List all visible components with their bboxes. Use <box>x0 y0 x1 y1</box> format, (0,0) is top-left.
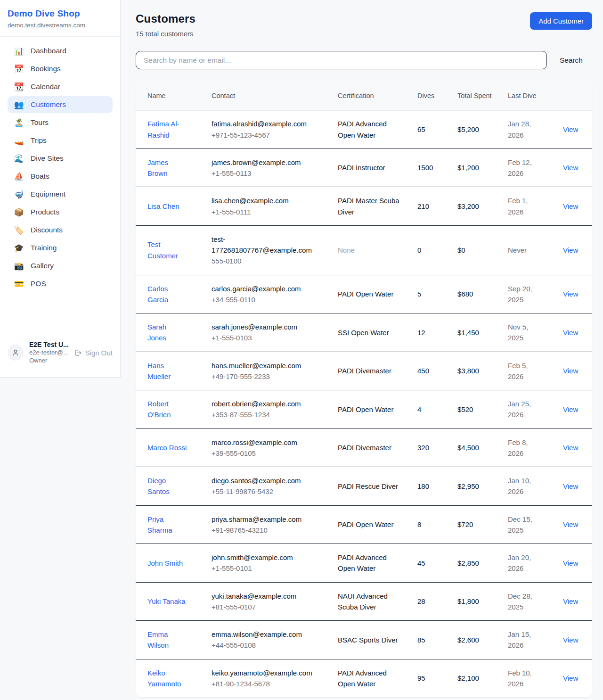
nav-item-icon: 🤿 <box>14 190 24 198</box>
cell-total-spent: $1,450 <box>450 313 500 352</box>
cell-contact: carlos.garcia@example.com +34-555-0110 <box>204 275 330 313</box>
cell-view: View <box>551 187 592 226</box>
customer-email: james.brown@example.com <box>212 157 323 168</box>
search-input[interactable] <box>136 51 547 69</box>
customers-table: Name Contact Certification Dives Total S… <box>136 82 592 697</box>
nav-item-label: Trips <box>31 136 47 145</box>
cell-last-dive: Feb 12, 2026 <box>500 148 551 187</box>
nav-item-label: Bookings <box>31 65 61 73</box>
cell-contact: hans.mueller@example.com +49-170-555-223… <box>204 352 330 390</box>
cell-contact: keiko.yamamoto@example.com +81-90-1234-5… <box>204 659 330 697</box>
customer-certification: PADI Open Water <box>338 290 393 298</box>
column-total-spent: Total Spent <box>450 82 500 110</box>
customer-phone: +1-555-0103 <box>212 332 323 343</box>
customer-name-link[interactable]: Keiko Yamamoto <box>147 669 181 688</box>
view-link[interactable]: View <box>563 290 578 298</box>
customer-phone: +39-555-0105 <box>212 448 323 459</box>
sidebar-item[interactable]: 🚤 Trips <box>8 132 113 149</box>
cell-contact: priya.sharma@example.com +91-98765-43210 <box>204 505 330 544</box>
view-link[interactable]: View <box>563 164 578 172</box>
customer-name-link[interactable]: Fatima Al-Rashid <box>147 120 179 139</box>
view-link[interactable]: View <box>563 674 578 682</box>
customer-email: yuki.tanaka@example.com <box>212 591 323 601</box>
customer-name-link[interactable]: Yuki Tanaka <box>147 597 186 605</box>
sidebar-item[interactable]: 📊 Dashboard <box>8 42 113 59</box>
view-link[interactable]: View <box>563 559 578 567</box>
nav-item-label: Dive Sites <box>31 154 64 163</box>
view-link[interactable]: View <box>563 636 578 644</box>
column-contact: Contact <box>204 82 330 110</box>
view-link[interactable]: View <box>563 444 578 452</box>
sidebar-item[interactable]: 📦 Products <box>8 204 113 221</box>
cell-name: Marco Rossi <box>136 428 204 467</box>
customer-phone: +49-170-555-2233 <box>212 371 323 382</box>
customer-name-link[interactable]: Lisa Chen <box>147 202 179 210</box>
customer-name-link[interactable]: Hans Mueller <box>147 362 171 380</box>
cell-dives: 95 <box>410 659 450 697</box>
customer-certification: BSAC Sports Diver <box>338 636 398 644</box>
customer-name-link[interactable]: Carlos Garcia <box>147 285 168 304</box>
cell-last-dive: Feb 8, 2026 <box>500 428 551 467</box>
view-link[interactable]: View <box>563 202 578 210</box>
search-button[interactable]: Search <box>560 56 583 65</box>
view-link[interactable]: View <box>563 597 578 605</box>
customer-name-link[interactable]: John Smith <box>147 559 183 567</box>
sidebar-item[interactable]: 🌊 Dive Sites <box>8 150 113 167</box>
cell-certification: NAUI Advanced Scuba Diver <box>330 582 410 621</box>
sidebar-item[interactable]: 💳 POS <box>8 275 113 292</box>
view-link[interactable]: View <box>563 125 578 133</box>
view-link[interactable]: View <box>563 405 578 413</box>
column-name: Name <box>136 82 204 110</box>
customer-name-link[interactable]: James Brown <box>147 158 168 177</box>
sidebar-item[interactable]: 📅 Bookings <box>8 60 113 77</box>
sidebar-item[interactable]: 🎓 Training <box>8 239 113 256</box>
nav-item-label: Gallery <box>31 262 54 270</box>
view-link[interactable]: View <box>563 329 578 337</box>
view-link[interactable]: View <box>563 482 578 490</box>
cell-total-spent: $0 <box>450 225 500 275</box>
nav-item-icon: 💳 <box>14 280 24 288</box>
sidebar-item[interactable]: 📸 Gallery <box>8 257 113 274</box>
cell-dives: 320 <box>410 428 450 467</box>
cell-last-dive: Jan 25, 2026 <box>500 390 551 429</box>
customer-name-link[interactable]: Diego Santos <box>147 477 170 495</box>
customer-row: James Brown james.brown@example.com +1-5… <box>136 148 592 187</box>
sidebar-item[interactable]: 🏝️ Tours <box>8 114 113 131</box>
sidebar-item[interactable]: 🤿 Equipment <box>8 186 113 203</box>
search-row: Search <box>136 51 592 69</box>
cell-certification: BSAC Sports Diver <box>330 621 410 659</box>
customer-name-link[interactable]: Sarah Jones <box>147 323 166 342</box>
sidebar-item[interactable]: 👥 Customers <box>8 96 113 113</box>
customer-name-link[interactable]: Marco Rossi <box>147 444 187 452</box>
sidebar-item[interactable]: 🏷️ Discounts <box>8 222 113 239</box>
nav-item-icon: 📆 <box>14 83 24 91</box>
sign-out-button[interactable]: Sign Out <box>74 349 113 357</box>
column-certification: Certification <box>330 82 410 110</box>
view-link[interactable]: View <box>563 520 578 528</box>
view-link[interactable]: View <box>563 246 578 254</box>
customer-name-link[interactable]: Priya Sharma <box>147 515 172 534</box>
cell-contact: sarah.jones@example.com +1-555-0103 <box>204 313 330 352</box>
customer-certification: NAUI Advanced Scuba Diver <box>338 592 388 611</box>
cell-view: View <box>551 582 592 621</box>
view-link[interactable]: View <box>563 367 578 375</box>
cell-total-spent: $2,600 <box>450 621 500 659</box>
main-content: Customers 15 total customers Add Custome… <box>121 0 603 700</box>
customer-name-link[interactable]: Robert O'Brien <box>147 400 171 419</box>
nav-item-icon: 📅 <box>14 65 24 73</box>
cell-view: View <box>551 275 592 313</box>
customer-row: Test Customer test-1772681807767@example… <box>136 225 592 275</box>
sidebar-item[interactable]: ⛵ Boats <box>8 168 113 185</box>
person-icon <box>11 348 20 357</box>
cell-dives: 5 <box>410 275 450 313</box>
customer-email: hans.mueller@example.com <box>212 360 323 371</box>
customer-phone: +1-555-0111 <box>212 206 323 217</box>
user-meta: E2E Test U... e2e-tester@... Owner <box>29 341 68 365</box>
sidebar-item[interactable]: 📆 Calendar <box>8 78 113 95</box>
add-customer-button[interactable]: Add Customer <box>530 12 592 30</box>
column-actions <box>551 82 592 110</box>
cell-contact: test-1772681807767@example.com 555-0100 <box>204 225 330 275</box>
page-header-text: Customers 15 total customers <box>136 12 196 38</box>
customer-name-link[interactable]: Emma Wilson <box>147 630 169 649</box>
customer-name-link[interactable]: Test Customer <box>147 240 178 259</box>
